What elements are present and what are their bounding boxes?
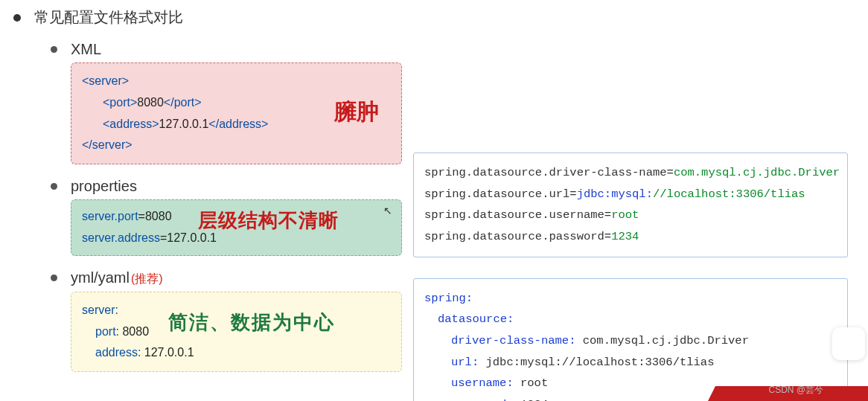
r-prop: spring.datasource.driver-class-name bbox=[424, 166, 667, 179]
sub-bullet-xml: XML bbox=[51, 41, 413, 58]
xml-code-box: <server> <port>8080</port> <address>127.… bbox=[71, 62, 402, 164]
r-yaml: username: bbox=[451, 376, 514, 390]
annotation-properties: 层级结构不清晰 bbox=[198, 204, 339, 239]
bullet-icon bbox=[51, 275, 57, 281]
r-prop: com.mysql.cj.jdbc.Driver bbox=[674, 166, 840, 179]
r-prop: 1234 bbox=[611, 230, 639, 243]
properties-label: properties bbox=[71, 178, 137, 195]
cursor-icon: ↖ bbox=[383, 205, 392, 216]
r-prop: spring.datasource.url bbox=[424, 187, 569, 201]
watermark: CSDN @芸兮 bbox=[768, 384, 823, 397]
bullet-icon bbox=[51, 46, 57, 53]
prop-eq: = bbox=[160, 231, 167, 244]
r-yaml: com.mysql.cj.jdbc.Driver bbox=[575, 334, 749, 347]
r-yaml: root bbox=[514, 376, 549, 390]
bullet-icon bbox=[13, 14, 21, 22]
xml-code: <address> bbox=[103, 118, 159, 130]
r-prop: root bbox=[611, 208, 639, 222]
r-prop: //localhost:3306/tlias bbox=[653, 187, 805, 201]
r-yaml: spring: bbox=[424, 292, 473, 305]
xml-code: 8080 bbox=[137, 96, 164, 109]
r-yaml: 1234 bbox=[514, 398, 549, 401]
properties-code-box: server.port=8080 server.address=127.0.0.… bbox=[71, 199, 402, 256]
yaml-key: server: bbox=[82, 304, 118, 316]
main-title: 常见配置文件格式对比 bbox=[34, 7, 183, 28]
xml-code: <server> bbox=[82, 74, 129, 87]
yaml-code-box: server: port: 8080 address: 127.0.0.1 简洁… bbox=[71, 292, 402, 372]
r-prop: spring.datasource.password bbox=[424, 230, 604, 243]
xml-code: 127.0.0.1 bbox=[159, 118, 209, 130]
yaml-rec: (推荐) bbox=[131, 272, 163, 285]
yaml-label: yml/yaml(推荐) bbox=[71, 269, 163, 287]
sub-bullet-properties: properties bbox=[51, 178, 413, 195]
r-yaml: datasource: bbox=[438, 312, 514, 326]
prop-key: server.port bbox=[82, 210, 138, 222]
r-prop: = bbox=[604, 208, 611, 222]
annotation-xml: 臃肿 bbox=[334, 92, 379, 132]
xml-code: </port> bbox=[164, 96, 202, 109]
yaml-label-b: yaml bbox=[98, 269, 130, 286]
yaml-val: 8080 bbox=[119, 325, 149, 338]
yaml-label-a: yml bbox=[71, 269, 94, 286]
chat-bubble-icon[interactable] bbox=[832, 327, 865, 360]
r-prop: = bbox=[569, 187, 576, 201]
right-yaml-box: spring: datasource: driver-class-name: c… bbox=[413, 278, 848, 401]
r-prop: spring.datasource.username bbox=[424, 208, 604, 222]
prop-key: server.address bbox=[82, 231, 160, 244]
bullet-icon bbox=[51, 183, 57, 190]
prop-val: 8080 bbox=[145, 210, 172, 222]
yaml-val: 127.0.0.1 bbox=[141, 346, 194, 359]
annotation-yaml: 简洁、数据为中心 bbox=[168, 306, 335, 341]
right-properties-box: spring.datasource.driver-class-name=com.… bbox=[413, 153, 848, 257]
yaml-key: port: bbox=[95, 325, 119, 338]
xml-code: <port> bbox=[103, 96, 137, 109]
xml-label: XML bbox=[71, 41, 101, 58]
r-yaml: jdbc:mysql://localhost:3306/tlias bbox=[479, 356, 714, 369]
r-yaml: driver-class-name: bbox=[451, 334, 575, 347]
r-yaml: password: bbox=[451, 398, 514, 401]
sub-bullet-yaml: yml/yaml(推荐) bbox=[51, 269, 413, 287]
r-prop: jdbc:mysql: bbox=[577, 187, 653, 201]
r-yaml: url: bbox=[451, 356, 479, 369]
r-prop: = bbox=[604, 230, 611, 243]
main-bullet: 常见配置文件格式对比 bbox=[13, 7, 413, 28]
xml-code: </address> bbox=[208, 118, 268, 130]
r-prop: = bbox=[667, 166, 674, 179]
xml-code: </server> bbox=[82, 138, 133, 151]
yaml-key: address: bbox=[95, 346, 141, 359]
prop-eq: = bbox=[138, 210, 145, 222]
